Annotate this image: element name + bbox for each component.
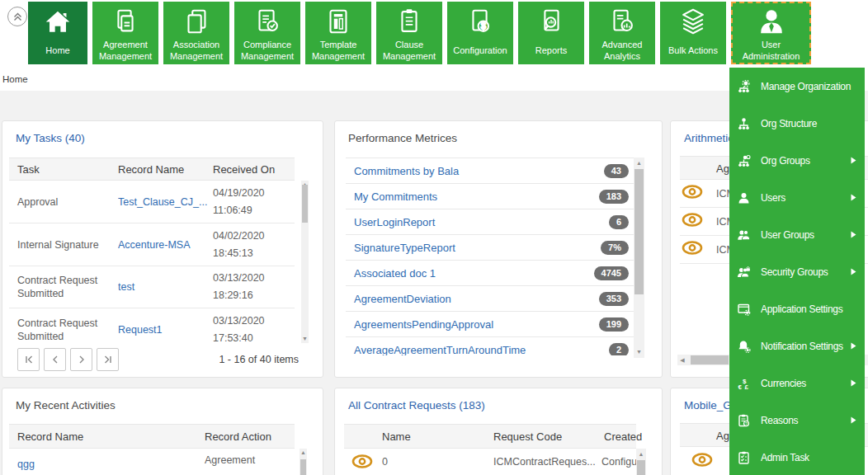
received-on: 03/13/202017:53:40 xyxy=(213,313,265,344)
column-header-created: Created xyxy=(604,430,642,443)
scroll-down-arrow[interactable]: ▼ xyxy=(301,335,309,343)
submenu-arrow-icon xyxy=(851,194,856,201)
scrollbar-thumb[interactable] xyxy=(634,169,644,294)
record-link[interactable]: Accenture-MSA xyxy=(118,238,207,252)
mobile-title[interactable]: Mobile_Gl xyxy=(684,399,734,412)
column-header-request-code: Request Code xyxy=(493,430,562,443)
metric-link[interactable]: Commitments by Bala xyxy=(354,165,604,177)
tile-configuration[interactable]: $Configuration xyxy=(447,2,513,64)
task-row: ApprovalTest_Clause_CJ_...04/19/202011:0… xyxy=(9,181,295,223)
received-on: 04/02/202018:45:13 xyxy=(213,228,265,262)
tile-template-management[interactable]: Template Management xyxy=(305,2,371,64)
scrollbar-thumb[interactable] xyxy=(300,459,306,475)
submenu-arrow-icon xyxy=(851,379,856,387)
last-page-button[interactable] xyxy=(97,348,119,371)
contract-requests-header-row: Name Request Code Created xyxy=(344,424,636,449)
record-link[interactable]: Request1 xyxy=(118,323,207,336)
scroll-down-arrow[interactable]: ▼ xyxy=(634,348,644,356)
record-action-value: Agreement xyxy=(205,454,255,466)
task-row: Internal SignatureAccenture-MSA04/02/202… xyxy=(9,223,295,266)
first-page-button[interactable] xyxy=(17,348,40,371)
performance-metrics-title: Performance Metrices xyxy=(348,132,457,144)
reasons-icon: ? xyxy=(737,414,751,427)
scrollbar-thumb[interactable] xyxy=(637,460,645,475)
task-type: Approval xyxy=(17,195,110,209)
tile-label: Compliance Management xyxy=(234,38,300,63)
menu-item-manage-organization[interactable]: Manage Organization xyxy=(729,68,865,105)
scrollbar-thumb[interactable] xyxy=(691,355,729,364)
tile-bulk-actions[interactable]: Bulk Actions xyxy=(660,2,726,64)
record-link[interactable]: qgg xyxy=(17,459,35,470)
eye-icon[interactable] xyxy=(351,454,373,472)
breadcrumb[interactable]: Home xyxy=(2,74,28,84)
tile-clause-management[interactable]: Clause Management xyxy=(376,2,442,64)
scrollbar-thumb[interactable] xyxy=(302,185,308,223)
contract-requests-title[interactable]: All Contract Requests (183) xyxy=(348,399,485,412)
metric-link[interactable]: AgreementDeviation xyxy=(354,293,599,305)
menu-item-security-groups[interactable]: Security Groups xyxy=(729,253,865,290)
metric-link[interactable]: SignatureTypeReport xyxy=(354,242,601,254)
tile-label: Advanced Analytics xyxy=(589,38,655,63)
menu-item-label: Users xyxy=(761,192,851,204)
menu-item-org-groups[interactable]: Org Groups xyxy=(729,142,865,179)
menu-item-application-settings[interactable]: Application Settings xyxy=(729,290,865,327)
analytics-icon xyxy=(606,6,638,37)
scroll-up-arrow[interactable]: ▲ xyxy=(636,450,646,459)
tile-reports[interactable]: Reports xyxy=(518,2,584,64)
collapse-nav-button[interactable] xyxy=(7,7,27,26)
scroll-up-arrow[interactable]: ▲ xyxy=(634,159,644,167)
menu-item-currencies[interactable]: $€£Currencies xyxy=(729,364,865,402)
column-header-received-on: Received On xyxy=(213,163,275,176)
metric-count-badge: 4745 xyxy=(594,266,629,280)
column-header-agreement: Ag xyxy=(716,162,729,174)
menu-item-user-groups[interactable]: User Groups xyxy=(729,216,865,253)
metric-link[interactable]: UserLoginReport xyxy=(354,216,609,228)
tile-label: User Administration xyxy=(735,38,808,63)
user-administration-menu: Manage OrganizationOrg StructureOrg Grou… xyxy=(729,68,865,475)
record-link[interactable]: Test_Clause_CJ_... xyxy=(118,195,207,209)
performance-scrollbar[interactable]: ▲ ▼ xyxy=(634,158,644,358)
eye-icon[interactable] xyxy=(682,185,703,202)
metric-link[interactable]: My Commitments xyxy=(354,190,599,203)
menu-item-reasons[interactable]: ?Reasons xyxy=(729,402,865,439)
metric-link[interactable]: AgreementsPendingApproval xyxy=(354,318,599,331)
eye-icon[interactable] xyxy=(691,453,713,470)
eye-icon[interactable] xyxy=(682,241,703,258)
metric-link[interactable]: AverageAgreementTurnAroundTime xyxy=(354,344,609,356)
dashboard-page: HomeAgreement ManagementAssociation Mana… xyxy=(0,0,868,475)
tile-label: Association Management xyxy=(163,38,229,63)
metric-count-badge: 199 xyxy=(599,317,629,332)
tile-association-management[interactable]: Association Management xyxy=(163,2,229,64)
eye-icon[interactable] xyxy=(682,213,703,230)
submenu-arrow-icon xyxy=(851,342,856,350)
arithmetic-title[interactable]: Arithmetic xyxy=(684,132,734,144)
task-type: Internal Signature xyxy=(17,238,110,252)
next-page-button[interactable] xyxy=(70,348,92,371)
menu-item-org-structure[interactable]: Org Structure xyxy=(729,105,865,142)
recent-scrollbar[interactable]: ▲ xyxy=(300,449,307,475)
chevrons-up-icon xyxy=(11,10,25,24)
menu-item-label: Org Groups xyxy=(761,155,851,167)
tile-agreement-management[interactable]: Agreement Management xyxy=(92,2,158,64)
user-admin-icon xyxy=(756,6,787,37)
menu-item-users[interactable]: Users xyxy=(729,179,865,216)
submenu-arrow-icon xyxy=(851,157,856,164)
tile-user-administration[interactable]: User Administration xyxy=(731,2,811,64)
record-link[interactable]: test xyxy=(118,280,207,294)
submenu-arrow-icon xyxy=(851,231,856,238)
menu-item-label: Currencies xyxy=(761,378,851,389)
metric-row: Commitments by Bala43 xyxy=(346,158,634,184)
prev-page-button[interactable] xyxy=(44,348,66,371)
my-tasks-title[interactable]: My Tasks (40) xyxy=(16,132,85,144)
scroll-up-arrow[interactable]: ▲ xyxy=(300,449,307,457)
menu-item-notification-settings[interactable]: Notification Settings xyxy=(729,327,865,364)
menu-item-admin-task[interactable]: Admin Task xyxy=(729,439,865,475)
tile-compliance-management[interactable]: Compliance Management xyxy=(234,2,300,64)
tile-advanced-analytics[interactable]: Advanced Analytics xyxy=(589,2,655,64)
scroll-left-arrow[interactable]: ◀ xyxy=(677,355,687,365)
template-icon xyxy=(323,6,354,37)
tile-home[interactable]: Home xyxy=(28,2,87,64)
contract-requests-scrollbar[interactable]: ▲ xyxy=(636,449,646,475)
my-tasks-scrollbar[interactable]: ▲ ▼ xyxy=(301,181,309,343)
metric-link[interactable]: Associated doc 1 xyxy=(354,267,594,280)
